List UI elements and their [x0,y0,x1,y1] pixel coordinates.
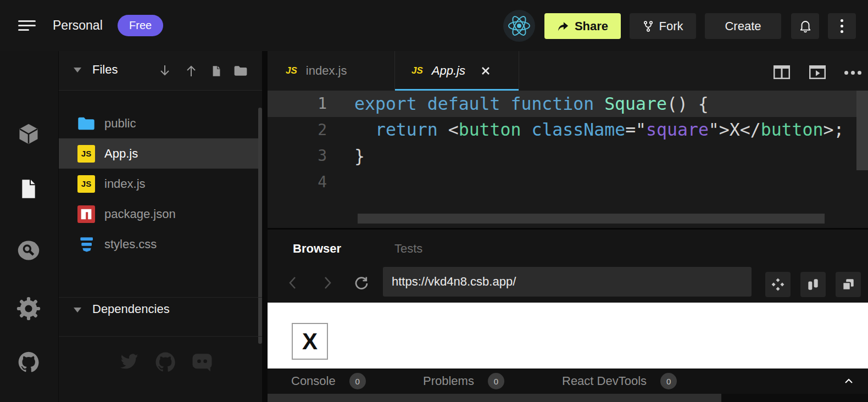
console-tab-react-devtools[interactable]: React DevTools0 [562,369,677,394]
share-button[interactable]: Share [544,13,621,39]
code-editor[interactable]: 1export default function Square() {2 ret… [268,91,868,228]
create-button[interactable]: Create [705,13,781,39]
divider [59,297,262,298]
file-row[interactable]: styles.css [59,229,262,259]
line-number: 2 [268,121,327,139]
new-file-icon[interactable] [209,64,224,78]
css-icon [77,235,96,254]
url-input[interactable] [383,267,752,297]
browser-panel: Browser Tests [268,228,868,303]
file-row[interactable]: public [59,108,262,138]
download-icon[interactable] [158,64,172,78]
console-bar: Console0Problems0React DevTools0 [268,369,868,394]
count-badge: 0 [660,373,677,389]
cube-icon[interactable] [16,121,41,147]
console-tab-console[interactable]: Console0 [291,369,366,394]
file-label: App.js [104,147,138,161]
new-window-icon[interactable] [836,272,861,297]
search-icon[interactable] [16,238,41,263]
js-icon: JS [411,65,423,76]
bottom-strip [268,394,868,402]
console-tab-problems[interactable]: Problems0 [423,369,504,394]
fork-button[interactable]: Fork [630,13,696,39]
code-text: } [354,146,365,166]
console-tab-label: Problems [423,374,474,388]
file-row[interactable]: JSindex.js [59,169,262,199]
chevron-up-icon[interactable] [844,376,854,386]
line-number: 1 [268,94,327,113]
code-line: 3} [268,143,850,169]
console-tab-label: Console [291,374,336,388]
file-label: index.js [104,177,146,191]
back-icon[interactable] [286,275,301,291]
file-label: public [104,116,136,131]
codesandbox-app: Personal Free Share Fork [0,0,868,402]
js-icon: JS [286,65,297,76]
notifications-button[interactable] [791,13,819,39]
github-icon[interactable] [154,350,177,373]
code-text: return <button className="square">X</but… [354,120,844,139]
split-view-icon[interactable] [774,65,790,79]
line-number: 3 [268,147,327,165]
files-panel-title: Files [92,63,118,77]
refresh-icon[interactable] [353,275,369,291]
files-panel-header: Files [59,51,262,91]
file-row[interactable]: JSApp.js [59,138,262,169]
columns-icon[interactable] [800,272,826,297]
share-arrow-icon [557,21,569,32]
editor-vertical-scrollbar[interactable] [856,91,868,170]
file-label: styles.css [104,237,157,252]
tab-tests[interactable]: Tests [394,242,422,256]
files-panel: Files publicJSApp.jsJSindex.jspackage.js… [59,51,262,402]
more-actions-icon[interactable] [844,71,863,75]
github-icon[interactable] [16,349,41,375]
tab-label: App.js [432,64,465,78]
more-options-button[interactable] [828,13,856,39]
js-icon: JS [77,175,96,193]
count-badge: 0 [488,373,504,389]
twitter-icon[interactable] [118,350,141,373]
panel-divider[interactable] [262,51,268,402]
code-line: 4 [268,169,850,196]
tab-browser[interactable]: Browser [293,242,341,256]
react-logo-icon [503,10,535,42]
devtools-icon[interactable] [765,272,791,297]
activity-bar [0,51,59,402]
preview-window-icon[interactable] [809,65,826,79]
menu-icon[interactable] [18,20,36,31]
close-icon[interactable] [481,66,491,76]
workspace-name: Personal [53,18,103,33]
line-number: 4 [268,173,327,191]
code-line: 1export default function Square() { [268,91,850,117]
plan-badge: Free [118,15,163,36]
bottom-scrollbar[interactable] [268,394,721,402]
code-text: export default function Square() { [354,94,709,114]
bell-icon [799,19,812,34]
file-list: publicJSApp.jsJSindex.jspackage.jsonstyl… [59,108,262,259]
tab-label: index.js [306,64,347,78]
browser-preview: X [268,303,868,369]
editor-horizontal-scrollbar[interactable] [358,214,825,224]
count-badge: 0 [349,373,366,389]
files-scrollbar[interactable] [258,108,262,344]
file-icon[interactable] [16,176,41,202]
share-label: Share [575,19,608,34]
chevron-down-icon[interactable] [74,308,81,312]
top-header: Personal Free Share Fork [0,0,868,51]
discord-icon[interactable] [191,350,214,373]
new-folder-icon[interactable] [233,64,248,78]
upload-icon[interactable] [184,64,198,78]
gear-icon[interactable] [16,296,41,321]
file-row[interactable]: package.json [59,199,262,229]
console-tab-label: React DevTools [562,374,647,388]
chevron-down-icon[interactable] [74,68,81,72]
editor-tab-index-js[interactable]: JSindex.js [268,51,395,91]
square-button[interactable]: X [292,323,328,360]
forward-icon[interactable] [320,275,336,291]
folder-icon [77,114,96,133]
fork-label: Fork [659,19,683,34]
code-line: 2 return <button className="square">X</b… [268,117,850,143]
create-label: Create [725,19,761,34]
divider [59,336,262,337]
editor-tab-app-js[interactable]: JSApp.js [395,51,519,91]
